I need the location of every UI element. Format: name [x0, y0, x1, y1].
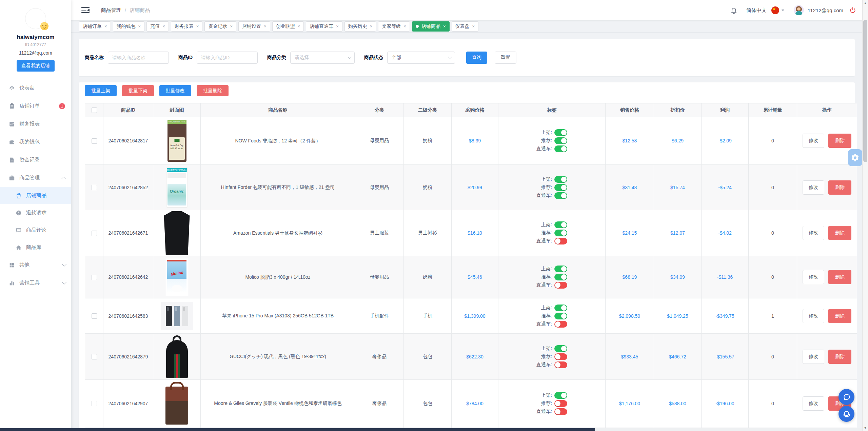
horizontal-scrollbar-thumb[interactable] — [0, 428, 595, 431]
delete-button[interactable]: 删除 — [828, 350, 851, 364]
view-my-shop-button[interactable]: 查看我的店铺 — [17, 60, 55, 72]
delete-button[interactable]: 删除 — [828, 270, 851, 284]
row-checkbox[interactable] — [92, 138, 97, 144]
sidebar-item-商品评论[interactable]: 商品评论 — [0, 221, 71, 239]
row-checkbox[interactable] — [92, 354, 97, 359]
toggle-express[interactable] — [554, 408, 567, 415]
search-button[interactable]: 查询 — [466, 52, 487, 64]
batch-button-批量下架[interactable]: 批量下架 — [122, 85, 154, 96]
close-tab-icon[interactable]: × — [472, 24, 475, 29]
tab-资金记录[interactable]: 资金记录× — [204, 21, 236, 32]
toggle-express[interactable] — [554, 145, 567, 152]
edit-button[interactable]: 修改 — [803, 309, 824, 323]
tab-创业联盟[interactable]: 创业联盟× — [272, 21, 304, 32]
horizontal-scrollbar[interactable] — [0, 428, 862, 431]
close-tab-icon[interactable]: × — [196, 24, 199, 29]
china-flag-icon[interactable]: ★ — [771, 6, 779, 14]
tab-仪表盘[interactable]: 仪表盘× — [452, 21, 479, 32]
delete-button[interactable]: 删除 — [828, 180, 851, 195]
product-name-input[interactable] — [108, 52, 169, 64]
delete-button[interactable]: 删除 — [828, 134, 851, 148]
toggle-recommend[interactable] — [554, 313, 567, 319]
row-checkbox[interactable] — [92, 185, 97, 190]
tab-充值[interactable]: 充值× — [146, 21, 169, 32]
toggle-express[interactable] — [554, 321, 567, 328]
category-select[interactable]: 请选择 — [290, 52, 355, 64]
sidebar-item-退款请求[interactable]: 退款请求 — [0, 204, 71, 221]
close-tab-icon[interactable]: × — [370, 24, 373, 29]
toggle-recommend[interactable] — [554, 137, 567, 144]
delete-button[interactable]: 删除 — [828, 226, 851, 240]
delete-button[interactable]: 删除 — [828, 309, 851, 323]
toggle-recommend[interactable] — [554, 353, 567, 360]
toggle-onsale[interactable] — [554, 129, 567, 136]
power-logout-icon[interactable] — [849, 7, 856, 14]
close-tab-icon[interactable]: × — [264, 24, 267, 29]
edit-button[interactable]: 修改 — [803, 270, 824, 284]
product-id-input[interactable] — [197, 52, 258, 64]
select-all-checkbox[interactable] — [92, 107, 97, 113]
status-select[interactable]: 全部 — [387, 52, 455, 64]
vertical-scrollbar-thumb[interactable] — [863, 20, 867, 162]
tab-购买历史[interactable]: 购买历史× — [344, 21, 376, 32]
row-checkbox[interactable] — [92, 401, 97, 406]
reset-button[interactable]: 重置 — [495, 52, 516, 64]
batch-button-批量删除[interactable]: 批量删除 — [197, 85, 229, 96]
settings-gear-icon[interactable] — [848, 149, 862, 166]
toggle-recommend[interactable] — [554, 184, 567, 191]
toggle-onsale[interactable] — [554, 345, 567, 352]
toggle-onsale[interactable] — [554, 221, 567, 228]
close-tab-icon[interactable]: × — [138, 24, 141, 29]
tab-店铺商品[interactable]: 店铺商品× — [412, 21, 450, 32]
tab-财务报表[interactable]: 财务报表× — [171, 21, 203, 32]
topbar-email[interactable]: 11212@qq.com — [808, 7, 843, 13]
sidebar-item-我的钱包[interactable]: 我的钱包 — [0, 133, 71, 151]
tab-店铺设置[interactable]: 店铺设置× — [238, 21, 270, 32]
user-avatar-small[interactable] — [794, 5, 804, 15]
vertical-scrollbar[interactable]: ▲ ▼ — [862, 0, 868, 431]
edit-button[interactable]: 修改 — [803, 180, 824, 195]
batch-button-批量上架[interactable]: 批量上架 — [85, 85, 117, 96]
toggle-onsale[interactable] — [554, 305, 567, 311]
close-tab-icon[interactable]: × — [162, 24, 165, 29]
sidebar-item-店铺订单[interactable]: 店铺订单1 — [0, 97, 71, 115]
edit-button[interactable]: 修改 — [803, 350, 824, 364]
edit-button[interactable]: 修改 — [803, 134, 824, 148]
customer-service-icon[interactable] — [839, 406, 854, 422]
chat-bubble-icon[interactable] — [839, 389, 854, 405]
toggle-express[interactable] — [554, 282, 567, 289]
close-tab-icon[interactable]: × — [336, 24, 339, 29]
tab-店铺直通车[interactable]: 店铺直通车× — [306, 21, 342, 32]
toggle-recommend[interactable] — [554, 400, 567, 407]
sidebar-item-商品管理[interactable]: 商品管理 — [0, 169, 71, 187]
breadcrumb-parent[interactable]: 商品管理 — [101, 7, 121, 13]
batch-button-批量修改[interactable]: 批量修改 — [159, 85, 191, 96]
sidebar-item-营销工具[interactable]: 营销工具 — [0, 274, 71, 292]
close-tab-icon[interactable]: × — [403, 24, 406, 29]
row-checkbox[interactable] — [92, 231, 97, 236]
toggle-express[interactable] — [554, 361, 567, 368]
close-tab-icon[interactable]: × — [104, 24, 107, 29]
toggle-onsale[interactable] — [554, 266, 567, 272]
row-checkbox[interactable] — [92, 275, 97, 280]
sidebar-item-仪表盘[interactable]: 仪表盘 — [0, 79, 71, 97]
collapse-menu-icon[interactable] — [81, 7, 90, 13]
sidebar-item-资金记录[interactable]: 资金记录 — [0, 151, 71, 169]
close-tab-icon[interactable]: × — [298, 24, 300, 29]
close-tab-icon[interactable]: × — [443, 24, 446, 29]
row-checkbox[interactable] — [92, 313, 97, 319]
tab-店铺订单[interactable]: 店铺订单× — [79, 21, 111, 32]
toggle-express[interactable] — [554, 192, 567, 199]
toggle-express[interactable] — [554, 238, 567, 244]
chevron-down-icon[interactable] — [782, 9, 784, 11]
bell-icon[interactable] — [730, 7, 737, 14]
edit-button[interactable]: 修改 — [803, 226, 824, 240]
sidebar-item-其他[interactable]: 其他 — [0, 256, 71, 274]
scroll-down-arrow[interactable]: ▼ — [863, 425, 868, 431]
toggle-recommend[interactable] — [554, 274, 567, 280]
sidebar-item-商品库[interactable]: 商品库 — [0, 239, 71, 256]
sidebar-item-财务报表[interactable]: 财务报表 — [0, 115, 71, 133]
scroll-up-arrow[interactable]: ▲ — [863, 0, 868, 6]
toggle-onsale[interactable] — [554, 176, 567, 183]
edit-button[interactable]: 修改 — [803, 396, 824, 411]
